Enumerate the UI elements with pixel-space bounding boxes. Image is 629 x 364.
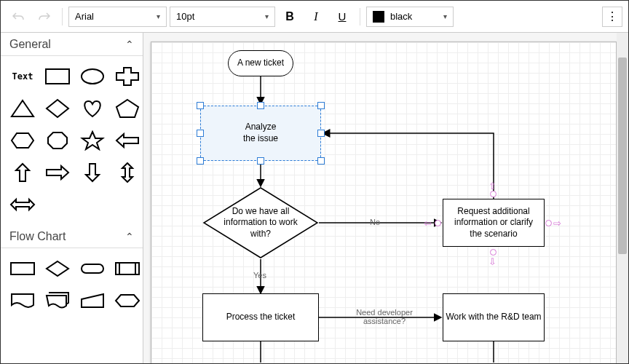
svg-rect-0	[46, 69, 69, 84]
selection-handle[interactable]	[317, 157, 325, 165]
connection-handle[interactable]	[545, 220, 552, 226]
shape-sidebar: General⌃ Text Flow Chart⌃	[1, 33, 143, 364]
shape-cross[interactable]	[111, 63, 143, 90]
font-size-dropdown[interactable]: 10pt▾	[170, 7, 275, 27]
font-family-label: Arial	[75, 11, 94, 22]
connection-handle[interactable]	[435, 220, 441, 226]
svg-point-1	[82, 69, 103, 84]
selection-handle[interactable]	[197, 157, 204, 165]
shape-pentagon[interactable]	[111, 95, 143, 122]
section-title: Flow Chart	[9, 230, 66, 243]
sidebar-section-general[interactable]: General⌃	[1, 33, 143, 56]
more-options-button[interactable]: ⋮	[602, 7, 622, 27]
italic-button[interactable]: I	[304, 7, 328, 27]
section-title: General	[9, 38, 51, 51]
edge-label-yes: Yes	[253, 271, 266, 280]
shape-fc-decision[interactable]	[41, 256, 74, 282]
chevron-down-icon: ▾	[443, 12, 447, 20]
chevron-up-icon: ⌃	[125, 231, 134, 242]
node-label: Work with the R&D team	[446, 312, 541, 323]
node-label: Analyze the issue	[243, 122, 278, 144]
general-shapes-grid: Text	[1, 56, 143, 225]
canvas-scroll-container[interactable]: A new ticket Analyze the issue Do we hav…	[143, 33, 617, 364]
chevron-down-icon: ▾	[157, 12, 160, 20]
shape-fc-manualinput[interactable]	[76, 288, 108, 314]
node-label: A new ticket	[237, 58, 284, 69]
color-swatch	[373, 11, 384, 23]
shape-star[interactable]	[76, 127, 108, 154]
shape-triangle[interactable]	[7, 95, 39, 122]
connection-handle[interactable]	[490, 191, 497, 197]
node-decision[interactable]: Do we have all information to work with?	[202, 186, 319, 259]
diagram-canvas[interactable]: A new ticket Analyze the issue Do we hav…	[151, 41, 617, 364]
node-label: Do we have all information to work with?	[202, 206, 319, 240]
redo-button[interactable]	[33, 7, 56, 27]
selection-handle[interactable]	[197, 102, 204, 109]
shape-arrow-up[interactable]	[7, 159, 39, 186]
connection-arrow-icon: ⇨	[553, 218, 561, 229]
chevron-up-icon: ⌃	[125, 39, 134, 50]
connection-handle[interactable]	[490, 249, 497, 256]
node-process[interactable]: Process the ticket	[202, 293, 319, 341]
shape-fc-preparation[interactable]	[111, 288, 143, 314]
shape-heart[interactable]	[76, 95, 108, 122]
chevron-down-icon: ▾	[265, 12, 269, 20]
toolbar: Arial▾ 10pt▾ B I U black▾ ⋮	[1, 1, 628, 33]
sidebar-section-flowchart[interactable]: Flow Chart⌃	[1, 225, 143, 248]
edge-label-dev: Need developer assistance?	[344, 308, 424, 325]
shape-rectangle[interactable]	[41, 63, 74, 90]
bold-button[interactable]: B	[278, 7, 301, 27]
connection-arrow-icon: ⇦	[424, 218, 432, 229]
shape-ellipse[interactable]	[76, 63, 108, 90]
shape-fc-predefined[interactable]	[111, 256, 143, 282]
canvas-area: A new ticket Analyze the issue Do we hav…	[143, 33, 628, 364]
shape-arrow-down[interactable]	[76, 159, 108, 186]
shape-arrow-leftright[interactable]	[7, 191, 39, 218]
node-analyze[interactable]: Analyze the issue	[200, 106, 321, 161]
node-request[interactable]: Request additional information or clarif…	[443, 199, 545, 247]
selection-handle[interactable]	[317, 102, 325, 109]
underline-button[interactable]: U	[331, 7, 354, 27]
font-family-dropdown[interactable]: Arial▾	[68, 7, 167, 27]
shape-fc-multidoc[interactable]	[41, 288, 74, 314]
selection-handle[interactable]	[197, 130, 204, 137]
selection-handle[interactable]	[317, 130, 325, 137]
shape-arrow-updown[interactable]	[111, 159, 143, 186]
shape-fc-process[interactable]	[7, 256, 39, 282]
selection-handle[interactable]	[257, 102, 264, 109]
separator	[360, 8, 360, 25]
shape-text[interactable]: Text	[7, 63, 39, 90]
scrollbar-thumb[interactable]	[618, 58, 627, 254]
shape-arrow-left[interactable]	[111, 127, 143, 154]
undo-button[interactable]	[7, 7, 30, 27]
edge-label-no: No	[370, 218, 380, 226]
node-label: Request additional information or clarif…	[449, 206, 538, 240]
shape-fc-terminator[interactable]	[76, 256, 108, 282]
font-size-label: 10pt	[176, 11, 194, 22]
connection-arrow-icon: ⇩	[488, 256, 497, 267]
color-label: black	[390, 11, 412, 22]
flowchart-shapes-grid	[1, 248, 143, 321]
font-color-dropdown[interactable]: black▾	[366, 7, 454, 27]
node-start[interactable]: A new ticket	[228, 50, 293, 76]
shape-diamond[interactable]	[41, 95, 74, 122]
svg-rect-2	[11, 263, 34, 274]
selection-handle[interactable]	[257, 157, 264, 165]
node-rd[interactable]: Work with the R&D team	[443, 293, 545, 341]
shape-arrow-right[interactable]	[41, 159, 74, 186]
shape-fc-document[interactable]	[7, 288, 39, 314]
vertical-scrollbar[interactable]	[617, 33, 628, 364]
connection-arrow-icon: ⇧	[488, 181, 497, 191]
shape-octagon[interactable]	[41, 127, 74, 154]
separator	[62, 8, 63, 25]
shape-hexagon[interactable]	[7, 127, 39, 154]
more-icon: ⋮	[606, 9, 618, 23]
node-label: Process the ticket	[226, 312, 296, 323]
svg-rect-3	[82, 264, 103, 273]
